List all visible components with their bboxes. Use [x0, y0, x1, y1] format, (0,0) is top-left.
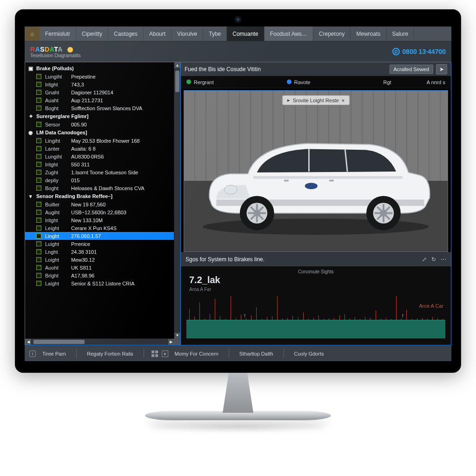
- scrollbar-vertical[interactable]: ▲ ▼: [174, 62, 180, 338]
- tree-row[interactable]: LanterAuaita: 6 8: [25, 145, 174, 152]
- brand-subtitle: Tesellusion Diagramatits: [30, 53, 80, 58]
- field-icon: [36, 281, 41, 286]
- tree-row[interactable]: Iritght550 311: [25, 160, 174, 168]
- menu-item[interactable]: Salure: [387, 26, 415, 41]
- tree-row[interactable]: GnahtDagioner 1129014: [25, 88, 174, 96]
- tree-row[interactable]: AuahtAup 211.2731: [25, 96, 174, 104]
- main-subheader: Rergrant Ravote Rgt A nnrd s: [181, 76, 451, 88]
- field-icon: [36, 178, 41, 183]
- field-icon: [36, 273, 41, 278]
- chart-settings-icon[interactable]: ⋯: [441, 256, 446, 263]
- tree-row[interactable]: LungihtPrepestine: [25, 73, 174, 80]
- scroll-thumb-horizontal[interactable]: [33, 340, 85, 344]
- action-saved-button[interactable]: Acralled Sewed: [390, 65, 433, 74]
- tree-row[interactable]: AuohtUK S811: [25, 264, 174, 271]
- tree-row[interactable]: BuilterNew 19 87,560: [25, 200, 174, 208]
- chart-panel: Sgos for System to Birakes line. ⤢ ↻ ⋯ 7…: [181, 252, 451, 345]
- menu-item[interactable]: Viorulve: [172, 26, 203, 41]
- scroll-left-button[interactable]: ◀: [25, 339, 32, 345]
- footer-btn-4[interactable]: Sthartlop Datlh: [237, 349, 276, 358]
- data-tree[interactable]: ▣Brake (Polluds)LungihtPrepestineIritght…: [25, 62, 174, 338]
- status-ravote[interactable]: Ravote: [287, 79, 311, 85]
- tree-row[interactable]: Linght276.060.1.57: [25, 232, 174, 240]
- tree-row[interactable]: LaightSenior & S112 Listore CRIA: [25, 279, 174, 287]
- vehicle-scene: ▸Srovite Loight Reste×: [184, 91, 448, 251]
- chart-refresh-icon[interactable]: ↻: [431, 256, 436, 263]
- tree-row[interactable]: IritghtNew 133.10M: [25, 216, 174, 224]
- tree-row[interactable]: depliy015: [25, 176, 174, 184]
- chart-title-text: Sgos for System to Birakes line.: [185, 256, 264, 263]
- status-regrant[interactable]: Rergrant: [186, 79, 214, 85]
- menu-item[interactable]: Mewroats: [350, 26, 386, 41]
- scroll-thumb-vertical[interactable]: [175, 71, 179, 92]
- app-screen: ⌂ FermiolutrCiperittyCastogesAbourtVioru…: [25, 26, 451, 361]
- tree-row[interactable]: LuightPrrenice: [25, 240, 174, 248]
- field-icon: [36, 218, 41, 223]
- field-icon: [36, 90, 41, 95]
- vehicle-viewport[interactable]: ▸Srovite Loight Reste×: [184, 90, 448, 252]
- menu-item[interactable]: Foodust Aws…: [264, 26, 313, 41]
- tree-group-header[interactable]: ✦Surergerglare Fglimr]: [25, 112, 174, 120]
- brand-logo: RASDATA: [30, 46, 80, 53]
- svg-rect-1: [253, 176, 403, 178]
- home-icon[interactable]: ⌂: [25, 26, 40, 41]
- menu-item[interactable]: Ciperitty: [76, 26, 108, 41]
- chart-y-value: 7.2_lak: [189, 275, 220, 285]
- main-title: Fued the Bis ide Cosude Vititin: [185, 66, 261, 73]
- vehicle-render: [189, 107, 442, 245]
- tree-row[interactable]: Iritght743,3: [25, 80, 174, 88]
- footer-btn-5[interactable]: Cuoly Gdorts: [291, 349, 327, 358]
- tree-row[interactable]: Zught1.Isornt Toone Sotueson Side: [25, 168, 174, 176]
- field-icon: [36, 74, 41, 79]
- tree-row[interactable]: LingihtMay 20.53 Blodre Fhower 168: [25, 137, 174, 145]
- close-icon[interactable]: ×: [342, 98, 344, 103]
- scroll-down-button[interactable]: ▼: [174, 332, 180, 338]
- tree-row[interactable]: LungihtAU8300·0RS6: [25, 152, 174, 160]
- chevron-icon: ▾: [28, 193, 33, 199]
- tree-group-header[interactable]: ▣Brake (Polluds): [25, 64, 174, 73]
- tree-row[interactable]: Lnght24.38 3101: [25, 248, 174, 256]
- menu-item[interactable]: Crepetony: [313, 26, 350, 41]
- menu-item[interactable]: Castoges: [108, 26, 144, 41]
- field-icon: [36, 146, 41, 151]
- footer-btn-2[interactable]: Regaty Fortion Ralis: [84, 349, 136, 358]
- info-icon[interactable]: i: [29, 350, 36, 357]
- grid-icon[interactable]: [152, 350, 158, 357]
- status-footer: i Tiree Parn Regaty Fortion Ralis + Momy…: [25, 345, 451, 361]
- chart-body[interactable]: 7.2_lak Aroa A Far Conomute Sights Arce …: [181, 266, 451, 345]
- main-menubar: ⌂ FermiolutrCiperittyCastogesAbourtVioru…: [25, 26, 451, 41]
- tree-row[interactable]: LeightCerare X Pun KS4S: [25, 224, 174, 232]
- tree-row[interactable]: BoghtSofftection Srown Slances DVA: [25, 104, 174, 112]
- scroll-up-button[interactable]: ▲: [174, 62, 180, 69]
- monitor-bezel: ⌂ FermiolutrCiperittyCastogesAbourtVioru…: [15, 9, 461, 373]
- footer-btn-3[interactable]: Momy For Concern: [172, 349, 221, 358]
- wrench-icon: ✦: [28, 113, 33, 119]
- monitor-neck: [212, 373, 264, 413]
- menu-item[interactable]: Fermiolutr: [40, 26, 76, 41]
- svg-rect-21: [330, 179, 334, 181]
- tree-row[interactable]: LoightMew30.12: [25, 256, 174, 264]
- tree-row[interactable]: BrightA17,98.96: [25, 271, 174, 279]
- field-icon: [36, 154, 41, 159]
- svg-point-3: [225, 185, 237, 194]
- scroll-corner: [174, 338, 180, 345]
- tree-row[interactable]: AugihtUSB~12.5600n 22,6B03: [25, 208, 174, 216]
- scrollbar-horizontal[interactable]: ◀ ▶: [25, 338, 174, 345]
- menu-item[interactable]: Comuante: [227, 26, 264, 41]
- menu-item[interactable]: Tybe: [203, 26, 227, 41]
- tree-row[interactable]: BoghtHeloases & Dawih Stocens CVA: [25, 184, 174, 192]
- field-icon: [36, 210, 41, 215]
- tree-group-header[interactable]: ◉LM Data Canodoges]: [25, 128, 174, 137]
- field-icon: [36, 138, 41, 143]
- viewport-overlay-label[interactable]: ▸Srovite Loight Reste×: [282, 95, 350, 105]
- footer-btn-1[interactable]: Tiree Parn: [40, 349, 69, 358]
- chart-expand-icon[interactable]: ⤢: [422, 256, 427, 263]
- tree-row[interactable]: Sersor005.90: [25, 120, 174, 128]
- field-icon: [36, 162, 41, 167]
- share-icon[interactable]: ➤: [436, 64, 447, 74]
- tree-group-header[interactable]: ▾Sensor Reading Brake Reffee–]: [25, 192, 174, 200]
- menu-item[interactable]: Abourt: [144, 26, 172, 41]
- scroll-right-button[interactable]: ▶: [167, 339, 174, 345]
- plus-icon[interactable]: +: [162, 350, 168, 357]
- support-phone[interactable]: ✆ 0800 13·44700: [392, 48, 446, 55]
